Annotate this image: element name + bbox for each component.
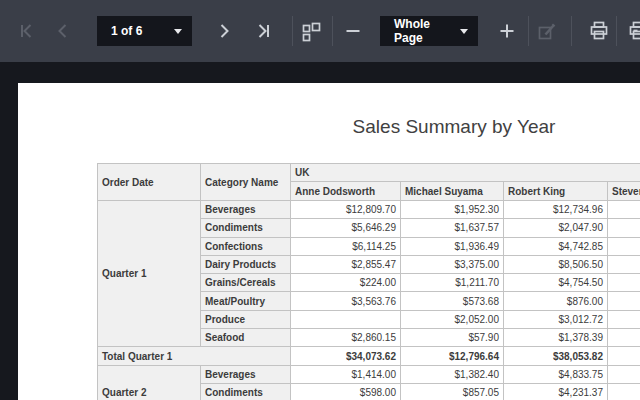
previous-page-icon [53, 21, 73, 41]
value-cell: $12,809.70 [291, 201, 401, 219]
toolbar-separator [292, 16, 293, 46]
data-row: Quarter 1Beverages$12,809.70$1,952.30$12… [98, 201, 640, 219]
value-cell [608, 365, 640, 383]
order-date-header: Order Date [98, 164, 201, 201]
toolbar-separator [332, 16, 333, 46]
quarter-group-label: Quarter 2 [98, 365, 201, 400]
value-cell: $2,855.47 [291, 255, 401, 273]
toolbar-separator [528, 16, 529, 46]
total-value-cell: $12,796.64 [401, 347, 504, 365]
employee-column-header: Robert King [504, 182, 608, 201]
value-cell: $4,754.50 [504, 274, 608, 292]
first-page-button[interactable] [12, 14, 42, 48]
total-value-cell [608, 347, 640, 365]
page-selector-caret-icon [174, 29, 182, 34]
value-cell: $5,646.29 [291, 219, 401, 237]
print-button[interactable] [584, 14, 614, 48]
zoom-in-button[interactable] [492, 14, 522, 48]
page-selector-dropdown[interactable]: 1 of 6 [97, 16, 192, 46]
category-cell: Confections [201, 237, 291, 255]
value-cell: $1,637.57 [401, 219, 504, 237]
print-icon [588, 20, 610, 42]
category-name-header: Category Name [201, 164, 291, 201]
zoom-in-icon [497, 21, 517, 41]
report-page: Sales Summary by Year Order Date Categor… [18, 83, 640, 400]
value-cell [291, 310, 401, 328]
value-cell [608, 383, 640, 400]
country-group-header: UK [291, 164, 640, 182]
table-header-row-1: Order Date Category Name UK [98, 164, 640, 182]
zoom-selector-caret-icon [460, 29, 468, 34]
employee-column-header: Steven [608, 182, 640, 201]
last-page-button[interactable] [248, 14, 278, 48]
value-cell: $4,833.75 [504, 365, 608, 383]
value-cell [608, 201, 640, 219]
category-cell: Condiments [201, 219, 291, 237]
value-cell: $57.90 [401, 329, 504, 347]
value-cell: $12,734.96 [504, 201, 608, 219]
value-cell: $6,114.25 [291, 237, 401, 255]
value-cell [608, 292, 640, 310]
next-page-button[interactable] [209, 14, 239, 48]
report-viewer-toolbar: 1 of 6 Whole Page [0, 0, 640, 62]
zoom-out-button[interactable] [338, 14, 368, 48]
category-cell: Beverages [201, 365, 291, 383]
value-cell: $1,414.00 [291, 365, 401, 383]
value-cell: $876.00 [504, 292, 608, 310]
value-cell [608, 237, 640, 255]
value-cell: $1,211.70 [401, 274, 504, 292]
zoom-selector-value: Whole Page [394, 17, 452, 45]
employee-column-header: Michael Suyama [401, 182, 504, 201]
page-setup-print-icon [627, 20, 640, 42]
value-cell: $2,047.90 [504, 219, 608, 237]
value-cell [608, 310, 640, 328]
value-cell: $2,052.00 [401, 310, 504, 328]
value-cell: $3,012.72 [504, 310, 608, 328]
value-cell: $8,506.50 [504, 255, 608, 273]
value-cell: $573.68 [401, 292, 504, 310]
category-cell: Condiments [201, 383, 291, 400]
export-edit-button[interactable] [532, 14, 562, 48]
value-cell: $1,952.30 [401, 201, 504, 219]
total-row: Total Quarter 1$34,073.62$12,796.64$38,0… [98, 347, 640, 365]
value-cell: $598.00 [291, 383, 401, 400]
zoom-out-icon [343, 21, 363, 41]
value-cell: $1,378.39 [504, 329, 608, 347]
category-cell: Grains/Cereals [201, 274, 291, 292]
value-cell: $1,382.40 [401, 365, 504, 383]
quarter-group-label: Quarter 1 [98, 201, 201, 347]
value-cell: $2,860.15 [291, 329, 401, 347]
page-selector-value: 1 of 6 [111, 24, 142, 38]
category-cell: Beverages [201, 201, 291, 219]
value-cell [608, 329, 640, 347]
zoom-selector-dropdown[interactable]: Whole Page [380, 16, 478, 46]
value-cell: $857.05 [401, 383, 504, 400]
toolbar-separator [571, 16, 572, 46]
last-page-icon [253, 21, 273, 41]
category-cell: Seafood [201, 329, 291, 347]
value-cell: $1,936.49 [401, 237, 504, 255]
value-cell: $3,375.00 [401, 255, 504, 273]
total-row-label: Total Quarter 1 [98, 347, 291, 365]
total-value-cell: $38,053.82 [504, 347, 608, 365]
value-cell: $3,563.76 [291, 292, 401, 310]
previous-page-button[interactable] [48, 14, 78, 48]
category-cell: Dairy Products [201, 255, 291, 273]
value-cell [608, 274, 640, 292]
category-cell: Produce [201, 310, 291, 328]
report-title: Sales Summary by Year [18, 116, 640, 138]
value-cell [608, 219, 640, 237]
employee-column-header: Anne Dodsworth [291, 182, 401, 201]
sales-summary-table: Order Date Category Name UK Anne Dodswor… [97, 163, 640, 400]
page-setup-print-button[interactable] [623, 14, 640, 48]
export-edit-icon [536, 20, 558, 42]
report-table-wrapper: Order Date Category Name UK Anne Dodswor… [97, 163, 640, 400]
multipage-view-icon [300, 20, 322, 42]
value-cell: $4,742.85 [504, 237, 608, 255]
multipage-view-button[interactable] [296, 14, 326, 48]
first-page-icon [17, 21, 37, 41]
value-cell: $4,231.37 [504, 383, 608, 400]
data-row: Quarter 2Beverages$1,414.00$1,382.40$4,8… [98, 365, 640, 383]
total-value-cell: $34,073.62 [291, 347, 401, 365]
value-cell: $224.00 [291, 274, 401, 292]
